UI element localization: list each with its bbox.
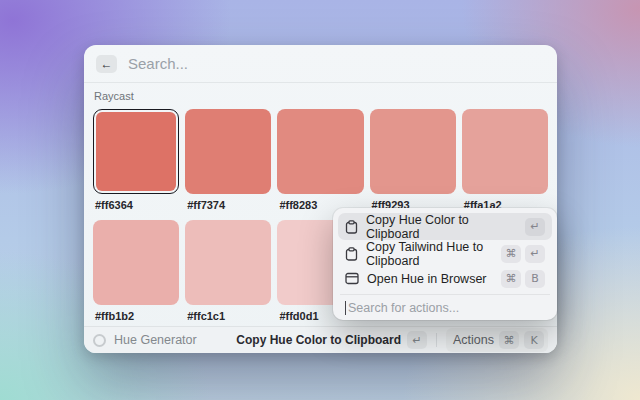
cmd-key-badge: ⌘ [499,331,519,349]
search-bar: ← Search... [84,45,557,83]
action-label: Copy Hue Color to Clipboard [366,213,517,241]
action-item-copy-tailwind-hue[interactable]: Copy Tailwind Hue to Clipboard ⌘ ↵ [338,240,552,267]
k-key-badge: K [524,331,544,349]
actions-panel: Copy Hue Color to Clipboard ↵ Copy Tailw… [333,208,557,320]
shortcut-keys: ⌘ B [501,270,545,288]
swatch-cell[interactable]: #ff7374 [185,109,271,220]
search-input[interactable]: Search... [128,55,188,72]
swatch-cell[interactable]: #ffb1b2 [93,220,179,331]
actions-search-placeholder: Search for actions... [348,301,459,315]
swatch-hex-label: #ffb1b2 [95,310,179,322]
shortcut-keys: ⌘ ↵ [501,245,545,263]
swatch-selected-outline [93,109,179,194]
app-name: Hue Generator [114,333,197,347]
color-swatch [370,109,456,194]
action-label: Copy Tailwind Hue to Clipboard [366,240,493,268]
color-grid-row-1: #ff6364 #ff7374 #ff8283 #ff9293 #ffa1a2 [93,109,548,220]
action-label: Open Hue in Browser [367,272,487,286]
action-item-open-hue-browser[interactable]: Open Hue in Browser ⌘ B [338,267,552,290]
status-bar: Hue Generator Copy Hue Color to Clipboar… [84,326,557,353]
color-swatch [185,220,271,305]
return-key-badge: ↵ [525,218,545,236]
action-item-copy-hue-color[interactable]: Copy Hue Color to Clipboard ↵ [338,213,552,240]
primary-action-button[interactable]: Copy Hue Color to Clipboard [236,333,401,347]
section-title: Raycast [94,90,548,102]
arrow-left-icon: ← [101,58,113,70]
b-key-badge: B [525,270,545,288]
divider [436,333,437,347]
return-key-badge: ↵ [525,245,545,263]
clipboard-icon [345,247,358,261]
color-swatch [277,109,363,194]
browser-window-icon [345,272,359,285]
text-cursor [345,301,346,315]
actions-label: Actions [453,333,494,347]
swatch-cell[interactable]: #ffc1c1 [185,220,271,331]
cmd-key-badge: ⌘ [501,245,521,263]
swatch-cell[interactable]: #ff8283 [277,109,363,220]
raycast-window: ← Search... Raycast #ff6364 #ff7374 #ff8… [84,45,557,353]
color-swatch [96,112,176,191]
panel-divider [340,294,550,295]
cmd-key-badge: ⌘ [501,270,521,288]
swatch-hex-label: #ffc1c1 [187,310,271,322]
swatch-cell[interactable]: #ff6364 [93,109,179,220]
shortcut-keys: ↵ [525,218,545,236]
swatch-hex-label: #ff7374 [187,199,271,211]
swatch-cell[interactable]: #ffa1a2 [462,109,548,220]
status-bar-right: Copy Hue Color to Clipboard ↵ Actions ⌘ … [236,328,548,352]
back-button[interactable]: ← [96,55,117,73]
color-swatch [93,220,179,305]
swatch-cell[interactable]: #ff9293 [370,109,456,220]
actions-search-input[interactable]: Search for actions... [338,298,552,315]
hue-generator-icon [93,334,106,347]
color-swatch [185,109,271,194]
color-swatch [462,109,548,194]
clipboard-icon [345,220,358,234]
return-key-badge: ↵ [407,331,427,349]
swatch-hex-label: #ff6364 [95,199,179,211]
actions-button[interactable]: Actions ⌘ K [446,328,548,352]
